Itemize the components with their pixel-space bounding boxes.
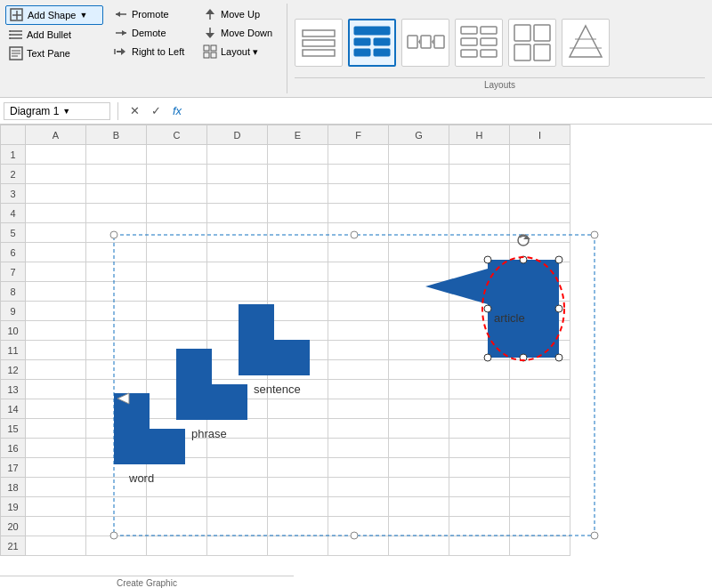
formula-cancel-button[interactable]: ✕ (125, 102, 143, 120)
grid-cell[interactable] (26, 321, 86, 341)
formula-fx-button[interactable]: fx (168, 102, 186, 120)
grid-cell[interactable] (449, 302, 510, 321)
grid-cell[interactable] (268, 165, 328, 184)
grid-cell[interactable] (147, 184, 207, 204)
grid-cell[interactable] (26, 223, 86, 243)
name-box-dropdown[interactable]: ▼ (62, 107, 70, 116)
grid-cell[interactable] (268, 243, 328, 262)
col-header-E[interactable]: E (268, 125, 328, 145)
grid-cell[interactable] (147, 302, 207, 321)
grid-cell[interactable] (147, 223, 207, 243)
grid-cell[interactable] (207, 223, 268, 243)
grid-cell[interactable] (389, 497, 449, 517)
layout-pyramid-button[interactable] (562, 19, 610, 67)
grid-cell[interactable] (328, 262, 389, 282)
grid-cell[interactable] (26, 497, 86, 517)
grid-cell[interactable] (86, 204, 147, 223)
grid-cell[interactable] (86, 321, 147, 341)
grid-cell[interactable] (86, 478, 147, 497)
grid-cell[interactable] (268, 419, 328, 439)
grid-cell[interactable] (26, 302, 86, 321)
grid-cell[interactable] (449, 419, 510, 439)
grid-cell[interactable] (26, 478, 86, 497)
grid-cell[interactable] (207, 321, 268, 341)
grid-cell[interactable] (86, 262, 147, 282)
move-up-button[interactable]: Move Up (199, 5, 281, 23)
grid-cell[interactable] (86, 223, 147, 243)
grid-cell[interactable] (449, 380, 510, 399)
grid-cell[interactable] (207, 380, 268, 399)
grid-cell[interactable] (86, 497, 147, 517)
grid-cell[interactable] (26, 262, 86, 282)
grid-cell[interactable] (510, 184, 570, 204)
layout-hierarchy-button[interactable] (348, 19, 396, 67)
grid-cell[interactable] (389, 517, 449, 536)
grid-cell[interactable] (86, 517, 147, 536)
grid-cell[interactable] (389, 360, 449, 380)
grid-cell[interactable] (449, 341, 510, 360)
grid-cell[interactable] (147, 282, 207, 302)
grid-cell[interactable] (147, 458, 207, 478)
grid-cell[interactable] (510, 302, 570, 321)
grid-cell[interactable] (510, 165, 570, 184)
grid-cell[interactable] (268, 439, 328, 458)
grid-cell[interactable] (328, 439, 389, 458)
grid-cell[interactable] (389, 243, 449, 262)
grid-cell[interactable] (207, 165, 268, 184)
grid-cell[interactable] (268, 399, 328, 419)
grid-cell[interactable] (86, 536, 147, 556)
layout-cycle-button[interactable] (455, 19, 503, 67)
grid-cell[interactable] (26, 145, 86, 165)
grid-cell[interactable] (268, 478, 328, 497)
grid-cell[interactable] (26, 243, 86, 262)
grid-cell[interactable] (389, 458, 449, 478)
grid-cell[interactable] (86, 302, 147, 321)
grid-cell[interactable] (147, 360, 207, 380)
col-header-G[interactable]: G (389, 125, 449, 145)
grid-cell[interactable] (26, 419, 86, 439)
grid-cell[interactable] (86, 399, 147, 419)
grid-cell[interactable] (207, 458, 268, 478)
grid-cell[interactable] (389, 478, 449, 497)
layout-button[interactable]: Layout ▾ (199, 43, 281, 60)
grid-cell[interactable] (26, 536, 86, 556)
grid-cell[interactable] (328, 282, 389, 302)
grid-cell[interactable] (147, 380, 207, 399)
grid-cell[interactable] (389, 184, 449, 204)
grid-cell[interactable] (147, 399, 207, 419)
grid-cell[interactable] (510, 282, 570, 302)
grid-cell[interactable] (389, 165, 449, 184)
grid-cell[interactable] (268, 380, 328, 399)
col-header-B[interactable]: B (86, 125, 147, 145)
grid-cell[interactable] (147, 243, 207, 262)
grid-cell[interactable] (147, 341, 207, 360)
grid-cell[interactable] (147, 262, 207, 282)
grid-cell[interactable] (147, 439, 207, 458)
grid-cell[interactable] (449, 399, 510, 419)
grid-cell[interactable] (207, 204, 268, 223)
layout-matrix-button[interactable] (508, 19, 556, 67)
grid-cell[interactable] (389, 380, 449, 399)
grid-cell[interactable] (328, 341, 389, 360)
grid-cell[interactable] (510, 360, 570, 380)
grid-cell[interactable] (207, 399, 268, 419)
grid-cell[interactable] (207, 517, 268, 536)
grid-cell[interactable] (449, 458, 510, 478)
grid-cell[interactable] (510, 497, 570, 517)
grid-cell[interactable] (389, 204, 449, 223)
col-header-A[interactable]: A (26, 125, 86, 145)
grid-cell[interactable] (268, 145, 328, 165)
grid-cell[interactable] (328, 497, 389, 517)
grid-cell[interactable] (328, 184, 389, 204)
grid-cell[interactable] (449, 184, 510, 204)
grid-cell[interactable] (328, 478, 389, 497)
grid-cell[interactable] (449, 165, 510, 184)
grid-cell[interactable] (389, 282, 449, 302)
grid-cell[interactable] (510, 223, 570, 243)
grid-cell[interactable] (510, 243, 570, 262)
grid-cell[interactable] (147, 536, 207, 556)
layout-list-button[interactable] (295, 19, 343, 67)
grid-cell[interactable] (389, 262, 449, 282)
grid-cell[interactable] (510, 204, 570, 223)
grid-cell[interactable] (449, 517, 510, 536)
